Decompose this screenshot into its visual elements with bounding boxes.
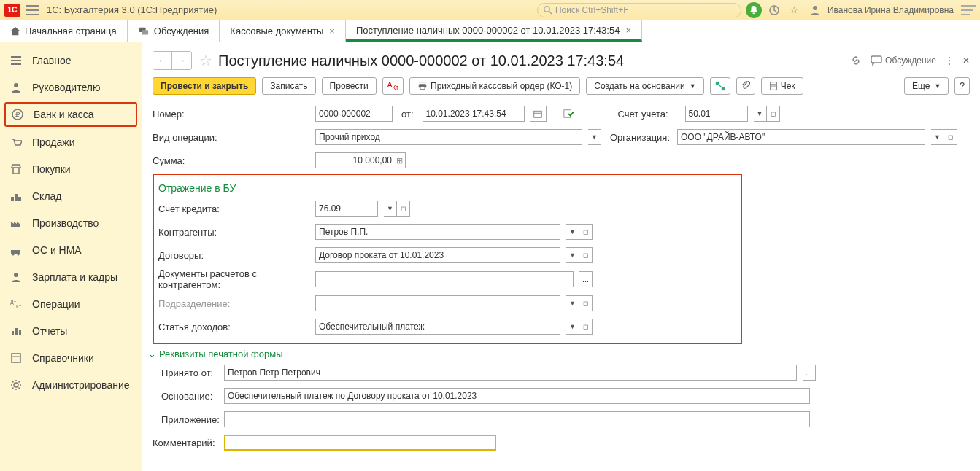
discuss-button[interactable]: Обсуждение bbox=[871, 55, 936, 66]
basis-input[interactable]: Обеспечительный платеж по Договору прока… bbox=[224, 388, 810, 404]
tab-cash-docs[interactable]: Кассовые документы × bbox=[220, 20, 346, 42]
help-button[interactable]: ? bbox=[954, 77, 970, 95]
toolbar: Провести и закрыть Записать Провести АКт… bbox=[153, 77, 970, 95]
dropdown-icon[interactable]: ▼ bbox=[754, 106, 767, 122]
tab-home[interactable]: Начальная страница bbox=[0, 20, 128, 42]
svg-rect-7 bbox=[11, 60, 21, 61]
sidebar-item-assets[interactable]: ОС и НМА bbox=[0, 236, 142, 263]
main-menu-icon[interactable] bbox=[26, 5, 39, 15]
attach-input[interactable] bbox=[224, 411, 810, 427]
date-input[interactable]: 10.01.2023 17:43:54 bbox=[423, 106, 525, 122]
sidebar-item-admin[interactable]: Администрирование bbox=[0, 371, 142, 398]
ellipsis-icon[interactable]: ... bbox=[803, 365, 816, 381]
comment-input[interactable] bbox=[224, 435, 496, 451]
dropdown-icon[interactable]: ▼ bbox=[588, 129, 601, 145]
page-title: Поступление наличных 0000-000002 от 10.0… bbox=[218, 52, 624, 69]
svg-rect-22 bbox=[15, 328, 18, 335]
dropdown-icon[interactable]: ▼ bbox=[931, 129, 944, 145]
svg-rect-31 bbox=[716, 82, 719, 85]
open-icon[interactable]: ◻ bbox=[579, 247, 593, 263]
star-icon[interactable]: ☆ bbox=[787, 2, 803, 18]
division-input[interactable] bbox=[315, 295, 560, 311]
print-button[interactable]: Приходный кассовый ордер (КО-1) bbox=[409, 77, 580, 95]
close-icon[interactable]: × bbox=[329, 26, 335, 36]
app-logo: 1C bbox=[4, 4, 20, 17]
tab-receipt[interactable]: Поступление наличных 0000-000002 от 10.0… bbox=[346, 20, 642, 42]
settings-menu-icon[interactable] bbox=[961, 5, 976, 15]
svg-point-17 bbox=[18, 253, 20, 255]
check-button[interactable]: Чек bbox=[761, 77, 803, 95]
more-menu-icon[interactable]: ⋮ bbox=[945, 55, 954, 66]
favorite-icon[interactable]: ☆ bbox=[199, 52, 212, 69]
dropdown-icon[interactable]: ▼ bbox=[566, 247, 579, 263]
dropdown-icon[interactable]: ▼ bbox=[566, 224, 579, 240]
sidebar-item-main[interactable]: Главное bbox=[0, 47, 142, 74]
svg-rect-27 bbox=[871, 56, 881, 63]
sum-input[interactable]: 10 000,00 bbox=[315, 152, 406, 168]
more-button[interactable]: Еще▼ bbox=[904, 77, 949, 95]
svg-rect-24 bbox=[12, 354, 20, 362]
user-name[interactable]: Иванова Ирина Владимировна bbox=[827, 5, 954, 15]
link-icon[interactable] bbox=[850, 55, 862, 66]
counter-input[interactable]: Петров П.П. bbox=[315, 224, 560, 240]
optype-input[interactable]: Прочий приход bbox=[315, 129, 582, 145]
relation-button[interactable] bbox=[710, 77, 730, 95]
docs-label: Документы расчетов с контрагентом: bbox=[158, 268, 309, 290]
dropdown-icon[interactable]: ▼ bbox=[566, 295, 579, 311]
history-icon[interactable] bbox=[766, 2, 782, 18]
sidebar-item-refs[interactable]: Справочники bbox=[0, 344, 142, 371]
credit-input[interactable]: 76.09 bbox=[315, 201, 378, 217]
svg-rect-8 bbox=[11, 63, 21, 65]
close-icon[interactable]: × bbox=[625, 25, 631, 36]
tab-discussions[interactable]: Обсуждения bbox=[128, 20, 220, 42]
sidebar-item-warehouse[interactable]: Склад bbox=[0, 182, 142, 209]
svg-text:Кт: Кт bbox=[16, 304, 22, 309]
svg-rect-12 bbox=[11, 197, 14, 201]
print-details-toggle[interactable]: ⌄ Реквизиты печатной формы bbox=[148, 349, 970, 359]
close-page-icon[interactable]: ✕ bbox=[962, 55, 970, 66]
sidebar-item-reports[interactable]: Отчеты bbox=[0, 317, 142, 344]
income-input[interactable]: Обеспечительный платеж bbox=[315, 319, 560, 335]
svg-line-1 bbox=[549, 11, 552, 14]
open-icon[interactable]: ◻ bbox=[944, 129, 957, 145]
write-button[interactable]: Записать bbox=[262, 77, 315, 95]
docs-input[interactable] bbox=[315, 271, 574, 287]
post-button[interactable]: Провести bbox=[322, 77, 377, 95]
dropdown-icon[interactable]: ▼ bbox=[384, 201, 397, 217]
tabbar: Начальная страница Обсуждения Кассовые д… bbox=[0, 20, 980, 42]
account-input[interactable]: 50.01 bbox=[685, 106, 748, 122]
open-icon[interactable]: ◻ bbox=[579, 319, 593, 335]
dropdown-icon[interactable]: ▼ bbox=[566, 319, 579, 335]
ellipsis-icon[interactable]: ... bbox=[579, 271, 593, 287]
org-input[interactable]: ООО "ДРАЙВ-АВТО" bbox=[677, 129, 925, 145]
nav-back[interactable]: ← bbox=[153, 52, 172, 69]
attach-button[interactable] bbox=[736, 77, 755, 95]
open-icon[interactable]: ◻ bbox=[579, 295, 593, 311]
sidebar-item-sales[interactable]: Продажи bbox=[0, 128, 142, 155]
org-label: Организация: bbox=[610, 132, 668, 143]
number-input[interactable]: 0000-000002 bbox=[315, 106, 393, 122]
titlebar: 1C 1С: Бухгалтерия 3.0 (1С:Предприятие) … bbox=[0, 0, 980, 20]
sidebar-item-bank[interactable]: ₽Банк и касса bbox=[4, 102, 137, 127]
svg-point-16 bbox=[12, 253, 15, 255]
search-input[interactable]: Поиск Ctrl+Shift+F bbox=[537, 3, 741, 17]
received-input[interactable]: Петров Петр Петрович bbox=[224, 365, 797, 381]
svg-point-9 bbox=[14, 83, 18, 87]
sidebar-item-hr[interactable]: Зарплата и кадры bbox=[0, 263, 142, 290]
nav-forward[interactable]: → bbox=[172, 52, 191, 69]
post-close-button[interactable]: Провести и закрыть bbox=[153, 77, 256, 95]
sidebar-item-production[interactable]: Производство bbox=[0, 209, 142, 236]
sidebar-item-purchases[interactable]: Покупки bbox=[0, 155, 142, 182]
sidebar-item-operations[interactable]: ДтКтОперации bbox=[0, 290, 142, 317]
open-icon[interactable]: ◻ bbox=[767, 106, 780, 122]
bu-title: Отражение в БУ bbox=[158, 182, 736, 194]
sidebar-item-manager[interactable]: Руководителю bbox=[0, 74, 142, 101]
open-icon[interactable]: ◻ bbox=[579, 224, 593, 240]
create-base-button[interactable]: Создать на основании▼ bbox=[586, 77, 703, 95]
dtkt-button[interactable]: АКт bbox=[382, 77, 404, 95]
open-icon[interactable]: ◻ bbox=[397, 201, 410, 217]
app-title: 1С: Бухгалтерия 3.0 (1С:Предприятие) bbox=[47, 4, 217, 15]
calendar-icon[interactable] bbox=[530, 106, 547, 122]
bell-icon[interactable] bbox=[746, 2, 762, 18]
contract-input[interactable]: Договор проката от 10.01.2023 bbox=[315, 247, 560, 263]
